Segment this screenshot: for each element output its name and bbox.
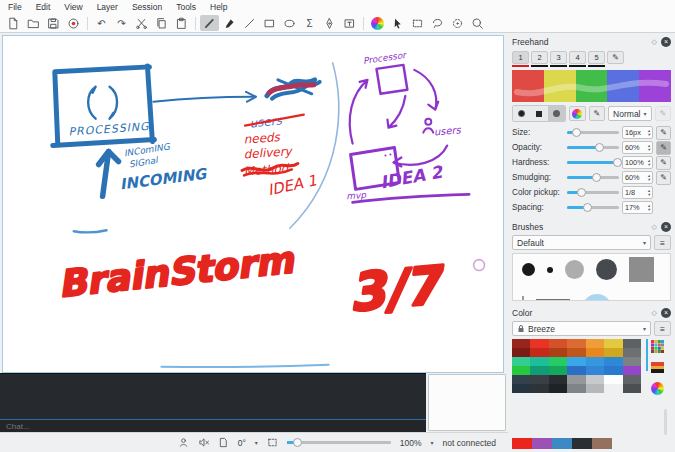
hardness-slider[interactable]	[567, 157, 619, 168]
menu-file[interactable]: File	[8, 2, 22, 12]
brush-preview[interactable]	[629, 257, 654, 282]
recent-color-swatch[interactable]	[552, 438, 572, 449]
palette-swatch[interactable]	[604, 384, 622, 393]
fill-tool-button[interactable]	[320, 15, 339, 31]
opacity-pressure-button[interactable]: ✎	[656, 141, 671, 155]
smudging-pressure-button[interactable]: ✎	[656, 171, 671, 185]
palette-swatch[interactable]	[604, 339, 622, 348]
undo-button[interactable]: ↶	[92, 15, 111, 31]
eraser-mode-button[interactable]: ✎	[655, 106, 671, 121]
spacing-slider[interactable]	[567, 202, 619, 213]
palette-swatch[interactable]	[586, 357, 604, 366]
brush-preview[interactable]	[522, 263, 535, 276]
blend-mode-dropdown[interactable]: Normal ▾	[608, 106, 651, 121]
zoom-tool-button[interactable]	[468, 15, 487, 31]
eraser-tool-button[interactable]	[220, 15, 239, 31]
pick-color-button[interactable]: ✎	[589, 106, 605, 121]
palette-swatch[interactable]	[586, 339, 604, 348]
smudging-spinbox[interactable]: 60%▴▾	[622, 171, 653, 184]
brush-preview[interactable]	[536, 299, 570, 301]
session-users-icon[interactable]	[178, 437, 189, 448]
palette-swatch[interactable]	[567, 348, 585, 357]
palette-swatch[interactable]	[604, 357, 622, 366]
palette-swatch[interactable]	[623, 384, 641, 393]
text-tool-button[interactable]	[340, 15, 359, 31]
palette-swatch[interactable]	[604, 348, 622, 357]
palette-swatch[interactable]	[549, 348, 567, 357]
smudging-slider[interactable]	[567, 172, 619, 183]
palette-swatch[interactable]	[586, 375, 604, 384]
record-session-button[interactable]	[64, 15, 83, 31]
redo-button[interactable]: ↷	[112, 15, 131, 31]
hardness-spinbox[interactable]: 100%▴▾	[622, 156, 653, 169]
palette-swatch[interactable]	[530, 366, 548, 375]
preset-tab-2[interactable]: 2	[531, 51, 548, 67]
menu-session[interactable]: Session	[132, 2, 162, 12]
palette-swatch[interactable]	[567, 357, 585, 366]
lasso-select-tool-button[interactable]	[428, 15, 447, 31]
brush-preview[interactable]	[582, 294, 612, 301]
hardness-pressure-button[interactable]: ✎	[656, 156, 671, 170]
brush-preview[interactable]	[596, 259, 617, 280]
swatch-palette-icon[interactable]	[651, 361, 664, 374]
color-panel-scrollbar[interactable]	[664, 409, 667, 435]
palette-swatch[interactable]	[549, 375, 567, 384]
color-wheel-view-icon[interactable]	[651, 382, 664, 395]
color-close-button[interactable]: ×	[661, 308, 671, 318]
menu-layer[interactable]: Layer	[97, 2, 118, 12]
mute-icon[interactable]	[198, 437, 209, 448]
canvas-rotation-icon[interactable]	[218, 437, 229, 448]
palette-swatch[interactable]	[604, 366, 622, 375]
ellipse-tool-button[interactable]	[280, 15, 299, 31]
recent-color-swatch[interactable]	[512, 438, 532, 449]
brushes-menu-button[interactable]: ≡	[654, 235, 671, 250]
recent-color-swatch[interactable]	[572, 438, 592, 449]
palette-swatch[interactable]	[623, 366, 641, 375]
palette-swatch[interactable]	[623, 339, 641, 348]
brush-preview[interactable]	[547, 267, 553, 273]
palette-swatch[interactable]	[512, 357, 530, 366]
freehand-float-icon[interactable]: ◇	[652, 38, 657, 46]
palette-grid-view-icon[interactable]	[651, 340, 664, 353]
pointer-tool-button[interactable]	[388, 15, 407, 31]
palette-swatch[interactable]	[512, 339, 530, 348]
palette-swatch[interactable]	[623, 348, 641, 357]
menu-edit[interactable]: Edit	[36, 2, 51, 12]
palette-swatch[interactable]	[567, 366, 585, 375]
palette-swatch[interactable]	[549, 384, 567, 393]
chat-input[interactable]	[6, 422, 420, 431]
rect-select-tool-button[interactable]	[408, 15, 427, 31]
palette-swatch[interactable]	[512, 348, 530, 357]
menu-tools[interactable]: Tools	[176, 2, 196, 12]
palette-swatch[interactable]	[549, 339, 567, 348]
palette-swatch[interactable]	[512, 366, 530, 375]
hard-round-tip-button[interactable]	[548, 106, 565, 121]
size-slider[interactable]	[567, 127, 619, 138]
palette-swatch[interactable]	[549, 357, 567, 366]
freehand-tool-button[interactable]	[200, 15, 219, 31]
palette-swatch[interactable]	[530, 348, 548, 357]
palette-swatch[interactable]	[549, 366, 567, 375]
spacing-spinbox[interactable]: 17%▴▾	[622, 201, 653, 214]
square-tip-button[interactable]	[530, 106, 547, 121]
color-pickup-spinbox[interactable]: 1/8▴▾	[622, 186, 653, 199]
cut-button[interactable]	[132, 15, 151, 31]
preset-tab-1[interactable]: 1	[512, 51, 529, 67]
rectangle-tool-button[interactable]	[260, 15, 279, 31]
freehand-close-button[interactable]: ×	[661, 37, 671, 47]
size-pressure-button[interactable]: ✎	[656, 126, 671, 140]
palette-dropdown[interactable]: Breeze ▾	[512, 321, 651, 336]
palette-swatch[interactable]	[567, 384, 585, 393]
palette-menu-button[interactable]: ≡	[654, 321, 671, 336]
rotation-caret-icon[interactable]: ▾	[255, 439, 258, 446]
opacity-slider[interactable]	[567, 142, 619, 153]
palette-swatch[interactable]	[530, 339, 548, 348]
recent-color-swatch[interactable]	[532, 438, 552, 449]
zoom-slider-knob[interactable]	[293, 438, 302, 447]
palette-swatch[interactable]	[530, 384, 548, 393]
copy-button[interactable]	[152, 15, 171, 31]
user-list-panel[interactable]	[428, 374, 506, 431]
zoom-caret-icon[interactable]: ▾	[431, 439, 434, 446]
transform-tool-button[interactable]	[448, 15, 467, 31]
drawing-canvas[interactable]: PROCESSING INComING SIGnal INCOMING user…	[2, 35, 504, 373]
